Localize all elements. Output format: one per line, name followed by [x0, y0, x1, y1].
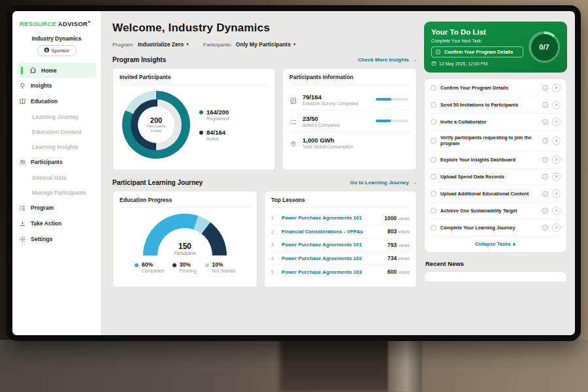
sidebar-item-insights[interactable]: Insights: [12, 78, 101, 93]
task-checkbox[interactable]: [431, 138, 436, 144]
sidebar-item-participants[interactable]: Participants: [12, 154, 101, 170]
people-icon: [19, 159, 26, 166]
lightbulb-icon: [19, 82, 26, 90]
sidebar-item-program[interactable]: Program: [12, 200, 101, 216]
task-checkbox[interactable]: [431, 119, 436, 125]
invited-donut-outer-ring: 200 Participants Invited: [122, 91, 190, 159]
sidebar-item-settings[interactable]: Settings: [12, 231, 101, 247]
page-title: Welcome, Industry Dynamics: [112, 22, 417, 35]
chevron-right-icon[interactable]: ›: [552, 206, 561, 215]
lesson-link[interactable]: Power Purchase Agreements 103: [282, 269, 382, 275]
sidebar-item-label: Learning Journey: [32, 114, 78, 120]
chevron-down-icon: ▾: [186, 42, 189, 47]
sidebar-item-learning-insights[interactable]: Learning Insights: [12, 139, 101, 154]
task-checkbox[interactable]: [431, 225, 436, 231]
program-dropdown[interactable]: Industrialize Zero ▾: [138, 41, 189, 48]
lesson-link[interactable]: Power Purchase Agreements 102: [282, 255, 382, 261]
task-row[interactable]: Explore Your Insights Dashboard i ›: [431, 152, 561, 169]
chevron-right-icon[interactable]: ›: [552, 137, 561, 145]
participants-dropdown-value: Only My Participants: [236, 41, 291, 48]
info-icon: i: [542, 119, 548, 125]
legend-not-started: 10% Not Started: [205, 261, 235, 273]
sidebar-item-home[interactable]: Home: [17, 63, 96, 78]
task-checkbox[interactable]: [431, 208, 436, 214]
education-gauge-center: 150 Participants: [143, 242, 227, 255]
logo-advisor: ADVISOR: [58, 20, 88, 27]
todo-title: Your To Do List: [431, 28, 523, 36]
todo-subtitle: Complete Your Next Task:: [431, 39, 523, 43]
lesson-link[interactable]: Power Purchase Agreements 101: [282, 215, 379, 221]
lesson-views: 793 views: [387, 242, 410, 248]
sidebar-item-label: Education Content: [32, 129, 82, 135]
task-checkbox[interactable]: [431, 174, 436, 180]
task-row[interactable]: Invite a Collaborator i ›: [431, 114, 561, 131]
legend-dot: [205, 263, 209, 267]
chevron-right-icon[interactable]: ›: [552, 189, 561, 198]
invited-donut-center: 200 Participants Invited: [138, 106, 174, 143]
download-icon: [19, 220, 26, 227]
task-row[interactable]: Confirm Your Program Details i ›: [431, 80, 561, 97]
info-icon: i: [542, 102, 548, 108]
info-icon: i: [542, 208, 548, 214]
sponsor-label: Sponsor: [52, 48, 70, 54]
legend-dot: [199, 131, 203, 135]
list-icon: [19, 204, 26, 212]
sponsor-badge[interactable]: Sponsor: [37, 45, 76, 56]
app-logo: RESOURCE ADVISOR+: [12, 20, 101, 27]
task-checkbox[interactable]: [431, 157, 436, 163]
progress-bar: [376, 120, 408, 122]
monitor-stand: [388, 340, 422, 392]
calendar-icon: [431, 61, 436, 66]
task-row[interactable]: Upload Additional Educational Content i …: [431, 186, 561, 203]
sidebar-item-take-action[interactable]: Take Action: [12, 216, 101, 231]
lesson-views: 734 views: [387, 255, 410, 261]
task-checkbox[interactable]: [431, 191, 436, 197]
task-row[interactable]: Achieve One Sustainability Target i ›: [431, 203, 561, 220]
monitor-frame: RESOURCE ADVISOR+ Industry Dynamics Spon…: [7, 5, 581, 341]
task-checkbox[interactable]: [431, 85, 436, 91]
lesson-link[interactable]: Financial Considerations - VPPAs: [282, 229, 382, 235]
todo-progress-count: 0/7: [539, 43, 549, 51]
chevron-right-icon[interactable]: ›: [552, 118, 561, 126]
stat-row-actions: 23/50 Actions Completed: [289, 110, 410, 131]
go-to-learning-journey-link[interactable]: Go to Learning Journey →: [350, 180, 417, 186]
participants-dropdown[interactable]: Only My Participants ▾: [236, 41, 296, 48]
sidebar-item-learning-journey[interactable]: Learning Journey: [12, 109, 101, 124]
sidebar-item-education-content[interactable]: Education Content: [12, 124, 101, 139]
legend-dot: [135, 263, 139, 267]
lesson-row: 1 Power Purchase Agreements 101 1000 vie…: [271, 212, 410, 225]
logo-plus: +: [88, 20, 90, 24]
task-checkbox[interactable]: [431, 102, 436, 108]
sidebar-item-general-data[interactable]: General Data: [12, 170, 101, 185]
task-row[interactable]: Verify participants requesting to join t…: [431, 131, 561, 152]
check-more-insights-link[interactable]: Check More Insights →: [358, 57, 417, 63]
sidebar-item-label: Participants: [31, 159, 63, 165]
collapse-tasks-button[interactable]: Collapse Tasks ∧: [431, 237, 561, 252]
sidebar-item-education[interactable]: Education: [12, 93, 101, 109]
chevron-right-icon[interactable]: ›: [552, 223, 561, 232]
task-row[interactable]: Complete Your Learning Journey i ›: [431, 220, 561, 237]
stat-row-emission-survey: 79/164 Emission Survey Completed: [289, 89, 410, 110]
sidebar-item-manage-participants[interactable]: Manage Participants: [12, 185, 101, 200]
lesson-views: 1000 views: [384, 215, 410, 221]
chevron-right-icon[interactable]: ›: [552, 172, 561, 181]
todo-summary-card: Your To Do List Complete Your Next Task:…: [424, 22, 567, 73]
todo-panel: Your To Do List Complete Your Next Task:…: [424, 11, 575, 335]
recent-news-card: [424, 271, 567, 282]
sidebar-item-label: Learning Insights: [32, 144, 78, 150]
sidebar: RESOURCE ADVISOR+ Industry Dynamics Spon…: [12, 11, 101, 335]
next-task-row[interactable]: Confirm Your Program Details: [431, 46, 523, 57]
chevron-right-icon[interactable]: ›: [552, 155, 561, 164]
lesson-row: 4 Power Purchase Agreements 102 734 view…: [271, 252, 410, 266]
chevron-right-icon[interactable]: ›: [552, 84, 561, 92]
card-title: Top Lessons: [271, 197, 410, 208]
location-pin-icon: [289, 139, 297, 146]
lesson-link[interactable]: Power Purchase Agreements 101: [282, 242, 382, 248]
chevron-right-icon[interactable]: ›: [552, 101, 561, 109]
home-icon: [29, 67, 37, 74]
program-insights-heading: Program Insights: [112, 56, 166, 63]
todo-progress-ring: 0/7: [529, 31, 560, 63]
task-row[interactable]: Upload Spend Data Records i ›: [431, 169, 561, 186]
task-row[interactable]: Send 50 Invitations to Participants i ›: [431, 97, 561, 114]
lesson-row: 3 Power Purchase Agreements 101 793 view…: [271, 238, 410, 252]
